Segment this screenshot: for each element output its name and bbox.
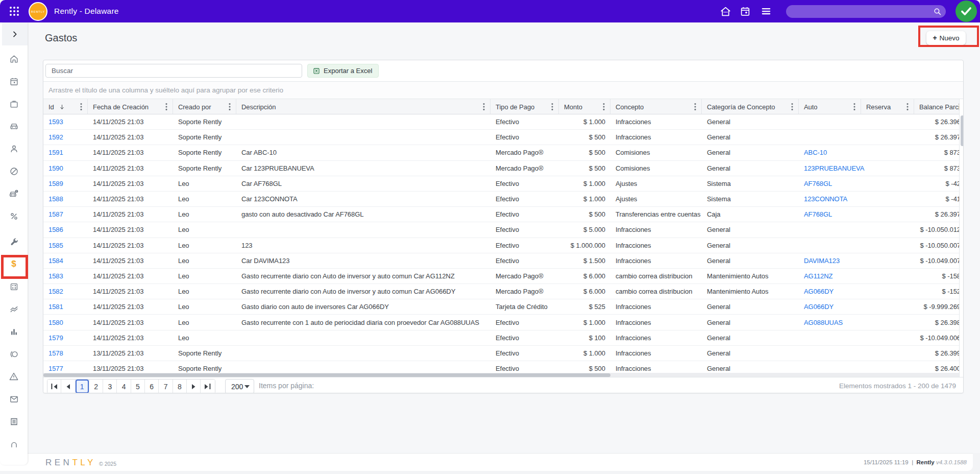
sidebar-item-calculator-card[interactable] — [0, 275, 28, 298]
pager-page-6[interactable]: 6 — [145, 380, 159, 393]
auto-link[interactable]: AF768GL — [804, 210, 832, 218]
expense-id-link[interactable]: 1589 — [48, 180, 63, 187]
calendar-icon[interactable] — [739, 5, 751, 17]
sidebar-item-percent[interactable] — [0, 205, 28, 227]
pager-prev-button[interactable] — [61, 380, 75, 393]
table-row[interactable]: 158214/11/2025 21:03LeoGasto recurrente … — [43, 284, 959, 299]
table-row[interactable]: 158614/11/2025 21:03LeoEfectivo$ 5.000In… — [43, 222, 959, 238]
expense-id-link[interactable]: 1581 — [48, 303, 63, 311]
table-row[interactable]: 158014/11/2025 21:03LeoGasto recurrente … — [43, 315, 959, 330]
vertical-scrollbar[interactable] — [959, 99, 963, 377]
column-header-categor-a-de-concepto[interactable]: Categoría de Concepto — [702, 99, 799, 114]
pager-page-1[interactable]: 1 — [76, 380, 89, 393]
horizontal-scrollbar-thumb[interactable] — [43, 373, 610, 377]
expense-id-link[interactable]: 1577 — [48, 365, 63, 372]
column-header-balance-parcial[interactable]: Balance Parcial — [914, 99, 963, 114]
pager-next-button[interactable] — [187, 380, 201, 393]
expense-id-link[interactable]: 1578 — [48, 349, 63, 357]
expense-id-link[interactable]: 1585 — [48, 242, 63, 249]
table-row[interactable]: 159014/11/2025 21:03Soporte RentlyCar 12… — [43, 161, 959, 176]
table-row[interactable]: 157813/11/2025 21:03Soporte RentlyEfecti… — [43, 346, 959, 361]
apps-grid-icon[interactable] — [8, 5, 20, 17]
column-menu-icon[interactable] — [600, 103, 608, 111]
auto-link[interactable]: AG066DY — [804, 288, 834, 295]
pager-page-3[interactable]: 3 — [103, 380, 117, 393]
table-row[interactable]: 159114/11/2025 21:03Soporte RentlyCar AB… — [43, 145, 959, 160]
expense-id-link[interactable]: 1593 — [48, 118, 63, 126]
sidebar-item-mail[interactable] — [0, 388, 28, 410]
table-row[interactable]: 158114/11/2025 21:03LeoGasto diario con … — [43, 299, 959, 315]
expense-id-link[interactable]: 1587 — [48, 210, 63, 218]
global-search-input[interactable] — [786, 8, 933, 15]
sidebar-item-arch[interactable] — [0, 433, 28, 455]
auto-link[interactable]: 123PRUEBANUEVA — [804, 164, 864, 172]
sidebar-item-car[interactable] — [0, 115, 28, 137]
column-menu-icon[interactable] — [850, 103, 859, 111]
menu-icon[interactable] — [760, 5, 772, 17]
expense-id-link[interactable]: 1579 — [48, 334, 63, 342]
auto-link[interactable]: AF768GL — [804, 180, 832, 187]
column-header-reserva[interactable]: Reserva — [861, 99, 914, 114]
sidebar-item-calendar-event[interactable] — [0, 70, 28, 92]
auto-link[interactable]: ABC-10 — [804, 149, 827, 156]
pager-page-4[interactable]: 4 — [117, 380, 131, 393]
export-excel-button[interactable]: Exportar a Excel — [307, 64, 379, 78]
table-row[interactable]: 158814/11/2025 21:03LeoCar 123CONNOTAEfe… — [43, 192, 959, 207]
page-size-select[interactable]: 200 — [225, 379, 254, 393]
grid-search-input[interactable] — [45, 64, 302, 78]
auto-link[interactable]: 123CONNOTA — [804, 195, 847, 203]
search-icon[interactable] — [933, 7, 942, 16]
expense-id-link[interactable]: 1582 — [48, 288, 63, 295]
column-menu-icon[interactable] — [226, 103, 234, 111]
table-row[interactable]: 158514/11/2025 21:03Leo123Efectivo$ 1.00… — [43, 238, 959, 253]
expense-id-link[interactable]: 1586 — [48, 226, 63, 233]
table-row[interactable]: 159214/11/2025 21:03Soporte RentlyEfecti… — [43, 130, 959, 145]
table-row[interactable]: 157713/11/2025 21:03Soporte RentlyEfecti… — [43, 361, 959, 373]
column-menu-icon[interactable] — [903, 103, 912, 111]
expense-id-link[interactable]: 1588 — [48, 195, 63, 203]
sidebar-item-warning-triangle[interactable] — [0, 365, 28, 388]
column-header-descripci-n[interactable]: Descripción — [236, 99, 491, 114]
table-row[interactable]: 159314/11/2025 21:03Soporte RentlyEfecti… — [43, 114, 959, 130]
group-drop-zone[interactable]: Arrastre el título de una columna y suél… — [43, 81, 963, 99]
column-header-monto[interactable]: Monto — [559, 99, 610, 114]
column-menu-icon[interactable] — [77, 103, 85, 111]
pager-last-button[interactable] — [201, 380, 214, 393]
column-header-auto[interactable]: Auto — [799, 99, 861, 114]
column-header-concepto[interactable]: Concepto — [610, 99, 702, 114]
sidebar-item-receipt[interactable] — [0, 410, 28, 433]
new-button[interactable]: + Nuevo — [926, 31, 966, 45]
pager-page-7[interactable]: 7 — [159, 380, 173, 393]
expense-id-link[interactable]: 1590 — [48, 164, 63, 172]
column-header-tipo-de-pago[interactable]: Tipo de Pago — [491, 99, 559, 114]
sidebar-item-data-circles[interactable] — [0, 343, 28, 365]
column-header-creado-por[interactable]: Creado por — [173, 99, 236, 114]
sidebar-item-person[interactable] — [0, 137, 28, 160]
sidebar-item-car-alert[interactable] — [0, 182, 28, 205]
pager-page-8[interactable]: 8 — [173, 380, 187, 393]
home-icon[interactable] — [719, 5, 731, 17]
auto-link[interactable]: AG112NZ — [804, 272, 833, 280]
horizontal-scrollbar[interactable] — [43, 373, 959, 377]
auto-link[interactable]: AG066DY — [804, 303, 834, 311]
expense-id-link[interactable]: 1591 — [48, 149, 63, 156]
column-header-fecha-de-creaci-n[interactable]: Fecha de Creación — [88, 99, 173, 114]
vertical-scrollbar-thumb[interactable] — [961, 115, 964, 146]
table-row[interactable]: 158714/11/2025 21:03Leogasto con auto de… — [43, 207, 959, 222]
column-menu-icon[interactable] — [788, 103, 796, 111]
pager-first-button[interactable] — [47, 380, 61, 393]
sidebar-expand-button[interactable] — [2, 22, 28, 45]
table-row[interactable]: 158414/11/2025 21:03LeoCar DAVIMA123Efec… — [43, 253, 959, 269]
expense-id-link[interactable]: 1592 — [48, 133, 63, 141]
status-check-badge[interactable] — [955, 1, 977, 22]
sidebar-item-bar-chart[interactable] — [0, 320, 28, 343]
sidebar-item-multiline-chart[interactable] — [0, 298, 28, 320]
sidebar-item-block[interactable] — [0, 160, 28, 182]
auto-link[interactable]: DAVIMA123 — [804, 257, 840, 265]
column-menu-icon[interactable] — [548, 103, 556, 111]
pager-page-5[interactable]: 5 — [131, 380, 145, 393]
company-avatar[interactable]: RENTLY — [29, 2, 47, 21]
column-menu-icon[interactable] — [162, 103, 170, 111]
column-menu-icon[interactable] — [480, 103, 488, 111]
table-row[interactable]: 157914/11/2025 21:03LeoEfectivo$ 100Infr… — [43, 330, 959, 346]
